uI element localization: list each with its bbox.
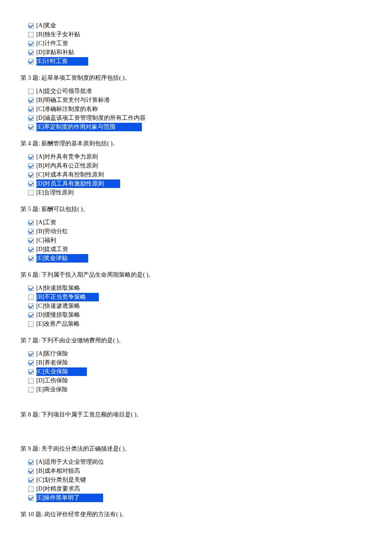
option-row: [A]提交公司领导批准	[28, 87, 372, 95]
option-label: [B]不正当竞争策略	[36, 293, 99, 301]
option-row: [C]准确标注制度的名称	[28, 105, 372, 113]
option-row: [E]改善产品策略	[28, 320, 372, 328]
checkbox[interactable]	[28, 486, 34, 492]
checkbox[interactable]	[28, 41, 34, 46]
option-row: [D]对精度要求高	[28, 485, 372, 493]
checkbox[interactable]	[28, 98, 34, 103]
question-title: 第 8 题: 下列项目中属于工资总额的项目是( )。	[20, 411, 372, 419]
options-list: [A]快速掠取策略[B]不正当竞争策略 [C]快速渗透策略[D]缓慢掠取策略[E…	[20, 284, 372, 328]
option-row: [A]奖金	[28, 21, 372, 30]
option-row: [D]涵盖该项工资管理制度的所有工作内容	[28, 114, 372, 122]
option-row: [D]提成工资	[28, 245, 372, 254]
option-row: [B]对内具有公正性原则	[28, 162, 372, 170]
option-label: [A]适用于大企业管理岗位	[36, 458, 104, 466]
option-row: [A]工资	[28, 218, 372, 227]
option-row: [C]快速渗透策略	[28, 302, 372, 310]
option-row: [A]快速掠取策略	[28, 284, 372, 292]
checkbox[interactable]	[28, 89, 34, 94]
option-row: [B]养老保险	[28, 358, 372, 367]
question-title: 第 10 题: 岗位评价经常使用的方法有( )。	[20, 511, 372, 518]
question-block: 第 4 题: 薪酬管理的基本原则包括( )。[A]对外具有竞争力原则[B]对内具…	[20, 140, 372, 197]
question-title: 第 4 题: 薪酬管理的基本原则包括( )。	[20, 140, 372, 147]
option-label: [E]商业保险	[36, 385, 68, 394]
checkbox[interactable]	[28, 295, 34, 300]
option-label: [D]津贴和补贴	[36, 48, 74, 57]
option-label: [A]工资	[36, 218, 56, 227]
option-row: [C]对成本具有控制性原则	[28, 171, 372, 179]
option-row: [E]奖金津贴	[28, 254, 372, 263]
option-label: [C]失业保险	[36, 367, 87, 376]
checkbox[interactable]	[28, 181, 34, 187]
checkbox[interactable]	[28, 59, 34, 64]
option-row: [D]津贴和补贴	[28, 48, 372, 57]
checkbox[interactable]	[28, 116, 34, 121]
option-label: [D]缓慢掠取策略	[36, 311, 80, 319]
question-block: 第 10 题: 岗位评价经常使用的方法有( )。	[20, 511, 372, 536]
question-title: 第 7 题: 下列不由企业缴纳费用的是( )。	[20, 337, 372, 344]
question-title: 第 9 题: 关于岗位分类法的正确描述是( )。	[20, 445, 372, 453]
question-title: 第 6 题: 下列属于投入期产品生命周期策略的是( )。	[20, 271, 372, 279]
checkbox[interactable]	[28, 154, 34, 160]
question-block: 第 8 题: 下列项目中属于工资总额的项目是( )。	[20, 411, 372, 436]
option-label: [D]工伤保险	[36, 376, 68, 385]
spacer	[20, 523, 372, 536]
option-label: [B]独生子女补贴	[36, 30, 80, 39]
option-row: [B]成本相对较高	[28, 467, 372, 475]
checkbox[interactable]	[28, 321, 34, 327]
spacer	[20, 424, 372, 436]
options-list: [A]医疗保险[B]养老保险[C]失业保险 [D]工伤保险[E]商业保险	[20, 350, 372, 394]
option-row: [C]计件工资	[28, 39, 372, 48]
checkbox[interactable]	[28, 32, 34, 38]
options-list: [A]提交公司领导批准[B]明确工资支付与计算标准[C]准确标注制度的名称[D]…	[20, 87, 372, 131]
option-label: [C]快速渗透策略	[36, 302, 80, 310]
option-label: [B]劳动分红	[36, 227, 68, 236]
option-row: [C]失业保险	[28, 367, 372, 376]
options-list: [A]对外具有竞争力原则[B]对内具有公正性原则[C]对成本具有控制性原则[D]…	[20, 153, 372, 197]
option-label: [A]奖金	[36, 21, 56, 30]
question-title: 第 5 题: 薪酬可以包括( )。	[20, 205, 372, 213]
option-label: [E]合理性原则	[36, 188, 74, 197]
checkbox[interactable]	[28, 238, 34, 243]
checkbox[interactable]	[28, 360, 34, 366]
checkbox[interactable]	[28, 378, 34, 384]
option-label: [E]计时工资	[36, 57, 88, 66]
exam-content: [A]奖金[B]独生子女补贴[C]计件工资[D]津贴和补贴[E]计时工资 第 3…	[20, 21, 372, 536]
option-row: [A]医疗保险	[28, 350, 372, 358]
checkbox[interactable]	[28, 286, 34, 291]
checkbox[interactable]	[28, 172, 34, 178]
option-row: [B]明确工资支付与计算标准	[28, 96, 372, 104]
checkbox[interactable]	[28, 387, 34, 393]
option-row: [D]工伤保险	[28, 376, 372, 385]
checkbox[interactable]	[28, 477, 34, 483]
checkbox[interactable]	[28, 304, 34, 309]
option-row: [B]劳动分红	[28, 227, 372, 236]
checkbox[interactable]	[28, 190, 34, 196]
option-label: [C]计件工资	[36, 39, 68, 48]
checkbox[interactable]	[28, 312, 34, 318]
question-block: 第 7 题: 下列不由企业缴纳费用的是( )。[A]医疗保险[B]养老保险[C]…	[20, 337, 372, 394]
checkbox[interactable]	[28, 229, 34, 234]
option-label: [D]对精度要求高	[36, 485, 80, 493]
checkbox[interactable]	[28, 50, 34, 55]
checkbox[interactable]	[28, 495, 34, 501]
option-label: [B]养老保险	[36, 358, 68, 367]
option-label: [B]成本相对较高	[36, 467, 80, 475]
option-label: [C]对成本具有控制性原则	[36, 171, 104, 179]
option-row: [E]合理性原则	[28, 188, 372, 197]
option-row: [D]对员工具有激励性原则	[28, 179, 372, 188]
checkbox[interactable]	[28, 163, 34, 169]
checkbox[interactable]	[28, 369, 34, 375]
option-label: [E]改善产品策略	[36, 320, 80, 328]
checkbox[interactable]	[28, 107, 34, 112]
option-label: [A]快速掠取策略	[36, 284, 80, 292]
question-block: [A]奖金[B]独生子女补贴[C]计件工资[D]津贴和补贴[E]计时工资	[20, 21, 372, 66]
checkbox[interactable]	[28, 124, 34, 130]
checkbox[interactable]	[28, 23, 34, 29]
checkbox[interactable]	[28, 468, 34, 474]
checkbox[interactable]	[28, 256, 34, 261]
option-label: [C]福利	[36, 236, 56, 245]
checkbox[interactable]	[28, 460, 34, 465]
checkbox[interactable]	[28, 247, 34, 252]
checkbox[interactable]	[28, 220, 34, 225]
checkbox[interactable]	[28, 351, 34, 357]
